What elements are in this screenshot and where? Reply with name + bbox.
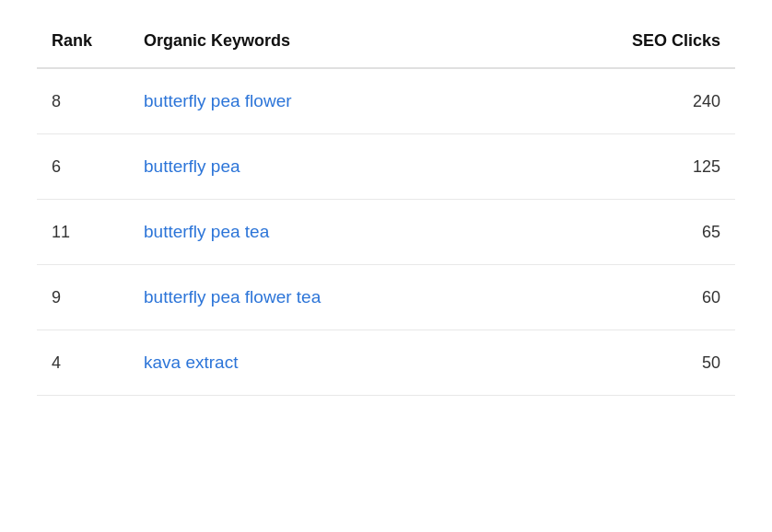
cell-rank: 8 [37, 68, 129, 134]
cell-rank: 4 [37, 330, 129, 396]
keyword-link[interactable]: butterfly pea [144, 156, 240, 176]
cell-clicks: 60 [606, 265, 735, 330]
cell-keyword[interactable]: butterfly pea [129, 134, 606, 200]
cell-rank: 11 [37, 200, 129, 265]
keyword-link[interactable]: butterfly pea flower tea [144, 287, 321, 306]
header-keyword: Organic Keywords [129, 18, 606, 68]
seo-table: Rank Organic Keywords SEO Clicks 8butter… [37, 18, 735, 396]
cell-keyword[interactable]: butterfly pea flower [129, 68, 606, 134]
cell-clicks: 240 [606, 68, 735, 134]
cell-keyword[interactable]: butterfly pea tea [129, 200, 606, 265]
cell-keyword[interactable]: kava extract [129, 330, 606, 396]
cell-rank: 6 [37, 134, 129, 200]
cell-clicks: 65 [606, 200, 735, 265]
header-clicks: SEO Clicks [606, 18, 735, 68]
table-row: 6butterfly pea125 [37, 134, 735, 200]
table-row: 4kava extract50 [37, 330, 735, 396]
table-row: 8butterfly pea flower240 [37, 68, 735, 134]
cell-rank: 9 [37, 265, 129, 330]
table-row: 9butterfly pea flower tea60 [37, 265, 735, 330]
table-row: 11butterfly pea tea65 [37, 200, 735, 265]
keyword-link[interactable]: butterfly pea flower [144, 91, 292, 110]
keyword-link[interactable]: kava extract [144, 353, 238, 372]
cell-clicks: 125 [606, 134, 735, 200]
keyword-link[interactable]: butterfly pea tea [144, 222, 269, 241]
cell-clicks: 50 [606, 330, 735, 396]
table-header-row: Rank Organic Keywords SEO Clicks [37, 18, 735, 68]
cell-keyword[interactable]: butterfly pea flower tea [129, 265, 606, 330]
header-rank: Rank [37, 18, 129, 68]
